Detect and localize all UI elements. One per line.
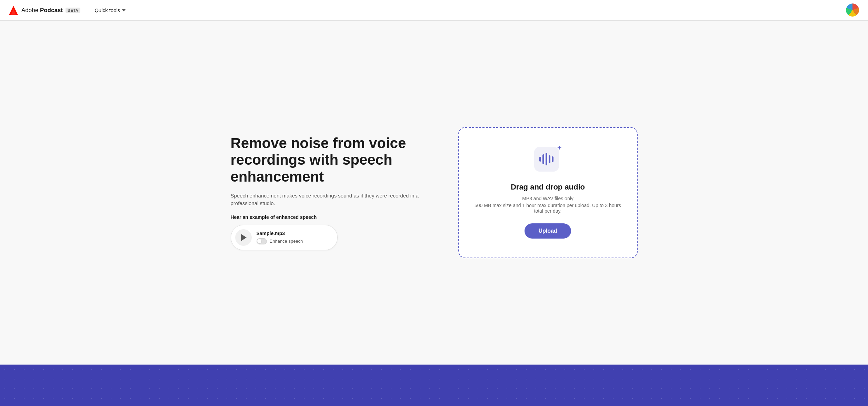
- avatar-image: [846, 3, 859, 17]
- drop-title: Drag and drop audio: [511, 183, 585, 192]
- beta-badge: BETA: [66, 8, 80, 13]
- header-divider: [86, 6, 86, 15]
- chevron-down-icon: [122, 9, 126, 11]
- adobe-icon: [8, 5, 19, 16]
- left-section: Remove noise from voice recordings with …: [231, 135, 424, 250]
- bar-3: [546, 153, 547, 165]
- drop-subtitle-2: 500 MB max size and 1 hour max duration …: [473, 203, 623, 214]
- plus-icon: +: [557, 144, 562, 152]
- bar-1: [539, 157, 541, 162]
- header: Adobe Podcast BETA Quick tools: [0, 0, 868, 21]
- sample-info: Sample.mp3 Enhance speech: [257, 231, 303, 244]
- audio-bars: [539, 153, 553, 165]
- bar-2: [542, 154, 544, 164]
- enhance-toggle: Enhance speech: [257, 238, 303, 244]
- enhance-toggle-label: Enhance speech: [270, 239, 303, 244]
- play-button[interactable]: [235, 229, 252, 246]
- sample-name: Sample.mp3: [257, 231, 303, 236]
- right-section: + Drag and drop audio MP3 and WAV files …: [458, 127, 638, 258]
- upload-button[interactable]: Upload: [525, 223, 571, 239]
- quick-tools-button[interactable]: Quick tools: [92, 5, 128, 15]
- drop-subtitle-1: MP3 and WAV files only: [522, 196, 573, 201]
- example-label: Hear an example of enhanced speech: [231, 214, 424, 220]
- main-content: Remove noise from voice recordings with …: [0, 21, 868, 365]
- bar-4: [549, 155, 550, 163]
- sample-player: Sample.mp3 Enhance speech: [231, 225, 338, 250]
- enhance-toggle-switch[interactable]: [257, 238, 267, 244]
- drop-zone[interactable]: + Drag and drop audio MP3 and WAV files …: [458, 127, 638, 258]
- footer-dots: [0, 365, 868, 406]
- bar-5: [552, 156, 553, 162]
- toggle-knob: [257, 239, 261, 243]
- header-left: Adobe Podcast BETA Quick tools: [8, 5, 128, 16]
- play-icon: [241, 234, 247, 241]
- adobe-logo: Adobe Podcast BETA: [8, 5, 80, 16]
- page-heading: Remove noise from voice recordings with …: [231, 135, 424, 185]
- page-description: Speech enhancement makes voice recording…: [231, 192, 424, 207]
- brand-name: Adobe Podcast: [21, 7, 63, 14]
- avatar[interactable]: [846, 3, 860, 17]
- drop-zone-icon: +: [534, 147, 562, 174]
- footer: [0, 365, 868, 406]
- audio-icon-bg: +: [534, 147, 559, 172]
- icon-shadow: [542, 165, 562, 173]
